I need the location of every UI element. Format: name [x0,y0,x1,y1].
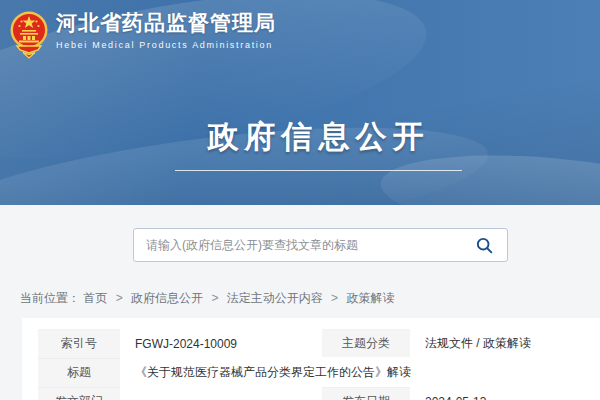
breadcrumb-separator: > [116,291,123,305]
search-box [133,228,508,262]
site-subtitle: Hebei Medical Products Administration [56,40,276,50]
search-button[interactable] [475,236,507,255]
search-input[interactable] [134,229,475,261]
field-value-publish-date: 2024-05-13 [411,387,600,400]
field-label-title: 标题 [37,358,121,387]
breadcrumb-separator: > [331,291,338,305]
national-emblem-icon [10,9,48,61]
article-info-card: 索引号 FGWJ-2024-10009 主题分类 法规文件 / 政策解读 标题 … [22,318,600,400]
breadcrumb-home[interactable]: 首页 [83,291,107,305]
banner-title: 政府信息公开 [175,116,462,158]
site-logo-text: 河北省药品监督管理局 Hebei Medical Products Admini… [56,9,276,50]
breadcrumb-statutory-disclosure[interactable]: 法定主动公开内容 [227,291,323,305]
field-label-issuing-department: 发文部门 [37,387,121,400]
banner: 河北省药品监督管理局 Hebei Medical Products Admini… [0,0,600,205]
field-value-index-no: FGWJ-2024-10009 [121,329,321,358]
breadcrumb-gov-info[interactable]: 政府信息公开 [131,291,203,305]
field-value-issuing-department [121,387,321,400]
breadcrumb: 当前位置： 首页 > 政府信息公开 > 法定主动公开内容 > 政策解读 [20,290,394,307]
search-icon [475,236,494,255]
site-title: 河北省药品监督管理局 [56,9,276,37]
article-info-table: 索引号 FGWJ-2024-10009 主题分类 法规文件 / 政策解读 标题 … [36,328,600,400]
table-row-index: 索引号 FGWJ-2024-10009 主题分类 法规文件 / 政策解读 [37,329,600,358]
field-value-title: 《关于规范医疗器械产品分类界定工作的公告》解读 [121,358,600,387]
field-label-topic-category: 主题分类 [321,329,411,358]
breadcrumb-label: 当前位置： [20,291,80,305]
page: 河北省药品监督管理局 Hebei Medical Products Admini… [0,0,600,400]
banner-underline [175,170,462,171]
table-row-department: 发文部门 发布日期 2024-05-13 [37,387,600,400]
field-label-publish-date: 发布日期 [321,387,411,400]
site-logo[interactable]: 河北省药品监督管理局 Hebei Medical Products Admini… [10,9,276,61]
table-row-title: 标题 《关于规范医疗器械产品分类界定工作的公告》解读 [37,358,600,387]
field-value-topic-category: 法规文件 / 政策解读 [411,329,600,358]
breadcrumb-separator: > [211,291,218,305]
field-label-index-no: 索引号 [37,329,121,358]
breadcrumb-policy-interpretation[interactable]: 政策解读 [346,291,394,305]
banner-title-block: 政府信息公开 [175,116,462,171]
